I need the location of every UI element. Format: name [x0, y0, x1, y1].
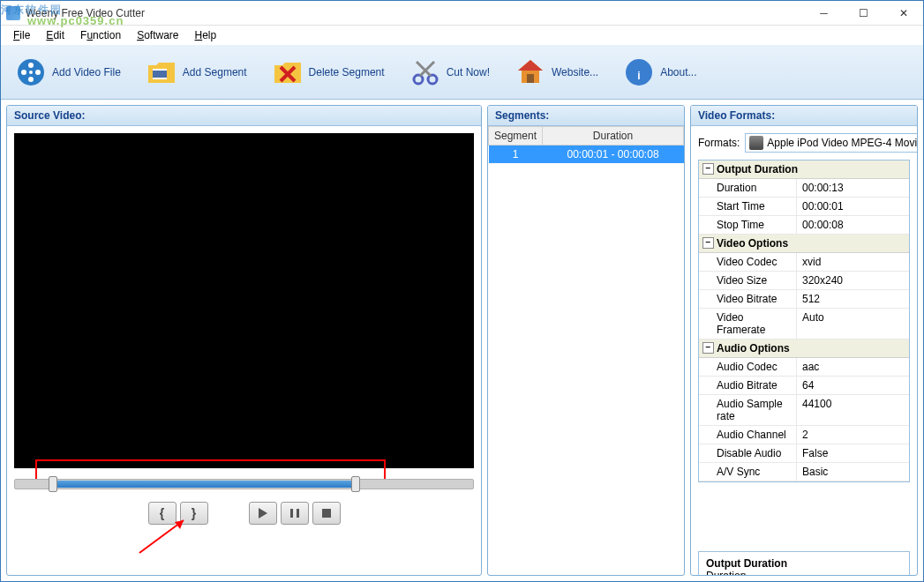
svg-point-1 [28, 63, 34, 68]
window-title: Weeny Free Video Cutter [26, 7, 804, 19]
menu-software[interactable]: Software [130, 27, 185, 43]
format-dropdown[interactable]: Apple iPod Video MPEG-4 Movie ( [745, 133, 917, 153]
timeline-start-handle[interactable] [49, 476, 57, 492]
scissors-icon [409, 56, 441, 88]
mark-out-button[interactable]: } [180, 502, 208, 525]
svg-rect-20 [322, 509, 331, 518]
formats-label: Formats: [698, 137, 740, 149]
video-preview[interactable] [14, 133, 474, 468]
home-icon [515, 56, 546, 88]
cut-now-button[interactable]: Cut Now! [402, 53, 497, 92]
svg-line-21 [139, 520, 184, 553]
menu-function[interactable]: Function [73, 27, 128, 43]
minimize-button[interactable]: ─ [804, 1, 844, 26]
source-video-panel: Source Video: { } [6, 105, 482, 576]
add-segment-button[interactable]: Add Segment [139, 53, 254, 92]
property-row[interactable]: Video Codecxvid [699, 253, 909, 272]
playback-controls: { } [14, 502, 474, 525]
segments-col-duration[interactable]: Duration [543, 127, 684, 146]
segments-table: Segment Duration 100:00:01 - 00:00:08 [488, 126, 684, 163]
menu-edit[interactable]: Edit [39, 27, 71, 43]
pause-button[interactable] [281, 502, 309, 525]
toolbar: Add Video File Add Segment Delete Segmen… [1, 45, 923, 100]
property-category[interactable]: Output Duration [699, 160, 909, 179]
property-row[interactable]: Start Time00:00:01 [699, 198, 909, 216]
svg-point-3 [28, 77, 34, 82]
svg-rect-19 [297, 509, 299, 518]
mark-in-button[interactable]: { [148, 502, 177, 525]
svg-rect-7 [153, 69, 167, 71]
segments-col-segment[interactable]: Segment [489, 127, 543, 146]
app-icon [6, 6, 20, 20]
property-row[interactable]: Audio Codecaac [699, 358, 909, 377]
formats-panel-header: Video Formats: [691, 106, 917, 126]
video-formats-panel: Video Formats: Formats: Apple iPod Video… [690, 105, 918, 576]
property-row[interactable]: Stop Time00:00:08 [699, 216, 909, 235]
website-button[interactable]: Website... [507, 53, 605, 92]
folder-film-icon [146, 56, 177, 88]
property-description: Output Duration Duration [698, 551, 910, 575]
svg-rect-15 [527, 74, 534, 83]
property-category[interactable]: Audio Options [699, 340, 909, 358]
maximize-button[interactable]: ☐ [844, 1, 883, 26]
timeline-slider[interactable] [14, 479, 474, 489]
folder-delete-icon [272, 56, 304, 88]
property-row[interactable]: Disable AudioFalse [699, 444, 909, 463]
menu-help[interactable]: Help [188, 27, 224, 43]
add-video-button[interactable]: Add Video File [8, 53, 128, 92]
close-button[interactable]: ✕ [883, 1, 923, 26]
svg-point-2 [35, 70, 41, 75]
segments-panel-header: Segments: [488, 106, 684, 126]
property-row[interactable]: Video FramerateAuto [699, 309, 909, 340]
film-reel-icon [15, 56, 47, 88]
timeline-range [50, 481, 358, 488]
svg-rect-8 [153, 78, 167, 79]
property-row[interactable]: Audio Channel2 [699, 426, 909, 444]
property-grid: Output DurationDuration00:00:13Start Tim… [698, 160, 910, 482]
menubar: File Edit Function Software Help [1, 26, 923, 45]
svg-text:i: i [637, 70, 640, 82]
svg-point-4 [21, 70, 26, 75]
timeline-end-handle[interactable] [351, 476, 360, 492]
delete-segment-button[interactable]: Delete Segment [265, 53, 392, 92]
about-button[interactable]: i About... [616, 53, 703, 92]
svg-point-5 [29, 71, 33, 74]
property-row[interactable]: Audio Bitrate64 [699, 377, 909, 395]
play-button[interactable] [249, 502, 277, 525]
svg-rect-18 [290, 509, 293, 518]
device-icon [749, 136, 763, 150]
titlebar: Weeny Free Video Cutter ─ ☐ ✕ [1, 1, 923, 26]
property-row[interactable]: Audio Sample rate44100 [699, 395, 909, 426]
segment-row[interactable]: 100:00:01 - 00:00:08 [489, 146, 684, 164]
info-icon: i [623, 56, 655, 88]
menu-file[interactable]: File [6, 27, 37, 43]
segments-panel: Segments: Segment Duration 100:00:01 - 0… [487, 105, 685, 576]
property-row[interactable]: A/V SyncBasic [699, 463, 909, 481]
stop-button[interactable] [312, 502, 341, 525]
source-panel-header: Source Video: [7, 106, 481, 126]
property-row[interactable]: Duration00:00:13 [699, 179, 909, 198]
property-row[interactable]: Video Bitrate512 [699, 290, 909, 309]
property-category[interactable]: Video Options [699, 235, 909, 253]
property-row[interactable]: Video Size320x240 [699, 272, 909, 290]
